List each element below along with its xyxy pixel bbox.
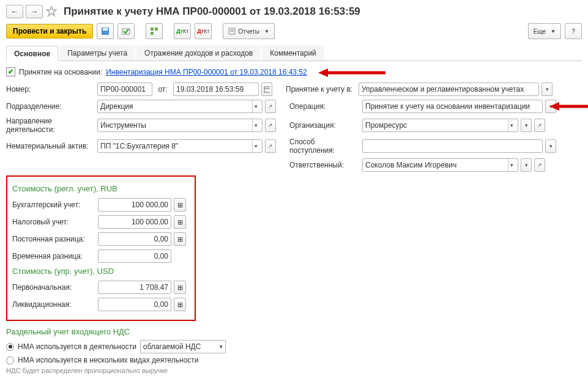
structure-button[interactable]: [146, 23, 163, 39]
calc-icon[interactable]: ⊞: [174, 298, 186, 311]
forward-button[interactable]: →: [26, 5, 43, 18]
page-title: Принятие к учету НМА ПР00-000001 от 19.0…: [64, 6, 360, 18]
asset-field[interactable]: ПП "1С:Бухгалтерия 8"▾: [97, 139, 262, 153]
basis-checkbox[interactable]: ✔: [6, 67, 15, 76]
date-field[interactable]: 19.03.2018 16:53:59: [173, 83, 259, 96]
org-label: Организация:: [289, 121, 360, 130]
calc-icon[interactable]: ⊞: [174, 281, 186, 294]
receipt-dd[interactable]: ▾: [545, 139, 556, 153]
reports-dropdown[interactable]: Отчеты▼: [223, 23, 275, 39]
annotation-arrow-1: [318, 67, 385, 78]
save-button[interactable]: [97, 23, 114, 39]
operation-field[interactable]: Принятие к учету на основании инвентариз…: [362, 100, 543, 113]
calc-icon[interactable]: ⊞: [174, 215, 186, 229]
responsible-label: Ответственный:: [289, 161, 360, 169]
buh-field[interactable]: 100 000,00: [98, 198, 171, 212]
vat-opt1-radio[interactable]: [6, 343, 14, 351]
tab-income[interactable]: Отражение доходов и расходов: [136, 45, 261, 61]
tab-comment[interactable]: Комментарий: [262, 45, 324, 61]
activity-field[interactable]: Инструменты▾: [97, 119, 262, 132]
svg-marker-11: [318, 68, 328, 77]
dtkt-green-button[interactable]: ДтКт: [174, 23, 191, 39]
tab-main[interactable]: Основное: [6, 46, 58, 61]
chevron-down-icon[interactable]: ▾: [252, 100, 259, 112]
svg-rect-12: [264, 87, 270, 92]
responsible-field[interactable]: Соколов Максим Игоревич▾: [362, 158, 518, 172]
vat-opt2-radio[interactable]: [6, 356, 14, 364]
vat-header: Раздельный учет входящего НДС: [6, 327, 582, 336]
activity-open-button[interactable]: ↗: [265, 119, 276, 132]
basis-label: Принятие на основании:: [19, 68, 102, 76]
number-label: Номер:: [6, 85, 95, 94]
init-label: Первоначальная:: [10, 283, 95, 292]
annotation-arrow-2: [549, 101, 588, 112]
vat-opt1-select[interactable]: облагаемой НДС▾: [140, 340, 226, 353]
favorite-star-icon[interactable]: [45, 6, 58, 18]
operation-label: Операция:: [289, 102, 360, 111]
chevron-down-icon[interactable]: ▾: [508, 119, 515, 131]
accounting-field[interactable]: Управленческом и регламентированном учет…: [359, 83, 539, 96]
cost-highlighted-box: Стоимость (регл. учет), RUB Бухгалтерски…: [6, 175, 196, 321]
accounting-dd[interactable]: ▾: [541, 83, 553, 96]
dept-label: Подразделение:: [6, 102, 95, 111]
init-field[interactable]: 1 708,47: [98, 281, 171, 294]
chevron-down-icon[interactable]: ▾: [252, 119, 259, 131]
back-button[interactable]: ←: [6, 5, 23, 18]
chevron-down-icon[interactable]: ▾: [508, 159, 515, 171]
dept-field[interactable]: Дирекция▾: [97, 100, 262, 113]
org-dd[interactable]: ▾: [521, 119, 532, 132]
accounting-label: Принятие к учету в:: [286, 85, 356, 94]
responsible-open-button[interactable]: ↗: [534, 158, 545, 172]
post-button[interactable]: [117, 23, 135, 39]
date-from-label: от:: [155, 85, 171, 94]
header-bar: ← → Принятие к учету НМА ПР00-000001 от …: [6, 5, 582, 18]
org-field[interactable]: Промресурс▾: [362, 119, 518, 132]
receipt-field[interactable]: [362, 139, 543, 153]
tabs: Основное Параметры учета Отражение доход…: [6, 45, 582, 61]
temp-field[interactable]: 0,00: [98, 249, 171, 263]
activity-label: Направление деятельности:: [6, 117, 95, 134]
more-dropdown[interactable]: Еще▼: [528, 23, 561, 39]
tab-params[interactable]: Параметры учета: [59, 45, 135, 61]
chevron-down-icon[interactable]: ▾: [252, 140, 259, 152]
temp-label: Временная разница:: [10, 252, 95, 260]
svg-marker-0: [47, 7, 56, 16]
svg-rect-2: [103, 28, 108, 31]
cost-upr-header: Стоимость (упр. учет), USD: [12, 267, 188, 276]
perm-field[interactable]: 0,00: [98, 232, 171, 246]
dtkt-red-button[interactable]: ДтКт: [195, 23, 212, 39]
dept-open-button[interactable]: ↗: [265, 100, 276, 113]
chevron-down-icon: ▼: [551, 29, 556, 34]
svg-marker-15: [549, 102, 559, 111]
buh-label: Бухгалтерский учет:: [10, 201, 95, 209]
toolbar: Провести и закрыть ДтКт ДтКт Отчеты▼ Еще…: [6, 23, 582, 39]
tax-label: Налоговый учет:: [10, 218, 95, 226]
vat-opt1-label: НМА используется в деятельности: [18, 342, 136, 351]
calc-icon[interactable]: ⊞: [174, 198, 186, 212]
liq-field[interactable]: 0,00: [98, 298, 171, 311]
responsible-dd[interactable]: ▾: [521, 158, 532, 172]
perm-label: Постоянная разница:: [10, 235, 95, 243]
cost-reg-header: Стоимость (регл. учет), RUB: [12, 184, 188, 193]
svg-rect-5: [155, 28, 158, 31]
post-and-close-button[interactable]: Провести и закрыть: [6, 24, 93, 39]
number-field[interactable]: ПР00-000001: [97, 83, 152, 96]
vat-hint: НДС будет распределен пропорционально вы…: [6, 367, 582, 374]
org-open-button[interactable]: ↗: [534, 119, 545, 132]
liq-label: Ликвидационная:: [10, 300, 95, 309]
calendar-button[interactable]: [261, 83, 272, 96]
basis-link[interactable]: Инвентаризация НМА ПР00-000001 от 19.03.…: [106, 68, 307, 76]
tax-field[interactable]: 100 000,00: [98, 215, 171, 229]
svg-rect-6: [151, 32, 154, 35]
calc-icon[interactable]: ⊞: [174, 232, 186, 246]
vat-opt2-label: НМА используется в нескольких видах деят…: [18, 356, 199, 364]
asset-open-button[interactable]: ↗: [265, 139, 276, 153]
help-button[interactable]: ?: [565, 23, 582, 39]
svg-rect-4: [151, 28, 154, 31]
chevron-down-icon: ▼: [264, 29, 269, 34]
asset-label: Нематериальный актив:: [6, 142, 95, 150]
receipt-label: Способ поступления:: [289, 138, 360, 155]
